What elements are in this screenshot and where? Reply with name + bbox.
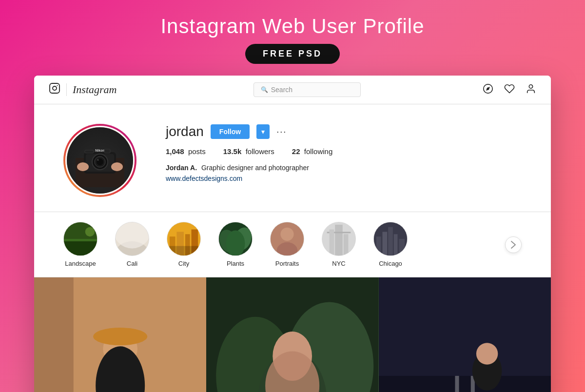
highlight-label-plants: Plants xyxy=(227,260,244,267)
photo-1-image xyxy=(34,277,206,392)
highlight-item-cali[interactable]: Cali xyxy=(115,222,149,267)
highlight-item-landscape[interactable]: Landscape xyxy=(63,222,98,267)
profile-avatar-wrap: Nikon xyxy=(63,124,136,197)
profile-section: Nikon jordan Follow ▾ xyxy=(34,104,551,212)
profile-website[interactable]: www.defectsdesigns.com xyxy=(166,175,242,182)
highlight-circle-landscape xyxy=(63,222,98,256)
svg-rect-47 xyxy=(394,234,398,255)
portraits-thumbnail xyxy=(271,222,304,256)
highlight-label-chicago: Chicago xyxy=(379,260,402,267)
svg-rect-46 xyxy=(388,227,393,255)
highlight-circle-city xyxy=(167,222,201,256)
follow-button[interactable]: Follow xyxy=(211,124,250,139)
svg-rect-61 xyxy=(379,277,551,392)
svg-rect-63 xyxy=(455,376,459,392)
user-icon[interactable] xyxy=(526,83,536,97)
svg-point-36 xyxy=(280,228,293,241)
following-count: 22 xyxy=(292,147,300,156)
svg-point-54 xyxy=(93,328,147,345)
photo-2-image xyxy=(206,277,378,392)
followers-label: followers xyxy=(246,147,274,156)
photo-bg-1 xyxy=(34,277,206,392)
nav-bar: Instagram 🔍 Search xyxy=(34,76,551,104)
following-stat: 22 following xyxy=(292,147,332,156)
svg-point-20 xyxy=(85,227,95,236)
search-icon: 🔍 xyxy=(261,86,268,93)
highlight-circle-chicago xyxy=(373,222,408,256)
more-options-button[interactable]: ··· xyxy=(276,127,287,137)
highlight-item-portraits[interactable]: Portraits xyxy=(270,222,304,267)
svg-rect-41 xyxy=(330,230,334,255)
search-input[interactable]: Search xyxy=(271,86,292,94)
svg-rect-39 xyxy=(335,225,343,255)
photo-cell-1[interactable] xyxy=(34,277,206,392)
svg-rect-48 xyxy=(399,239,405,255)
heart-icon[interactable] xyxy=(504,83,515,97)
svg-rect-45 xyxy=(382,232,387,255)
svg-point-5 xyxy=(529,84,532,88)
city-thumbnail xyxy=(167,222,200,256)
svg-rect-19 xyxy=(64,241,97,255)
avatar-ring: Nikon xyxy=(63,124,136,197)
follow-dropdown-button[interactable]: ▾ xyxy=(256,124,270,139)
avatar-image: Nikon xyxy=(67,127,133,194)
svg-rect-0 xyxy=(50,83,59,93)
highlight-label-portraits: Portraits xyxy=(275,260,299,267)
highlights-next-button[interactable] xyxy=(505,236,522,253)
svg-point-34 xyxy=(226,231,245,256)
chicago-thumbnail xyxy=(374,222,407,256)
photo-cell-3[interactable]: ♥ 4,938 💬 192 xyxy=(379,277,551,392)
instagram-wordmark: Instagram xyxy=(73,83,117,96)
svg-point-16 xyxy=(77,162,89,171)
svg-point-24 xyxy=(116,222,149,248)
avatar-svg: Nikon xyxy=(73,134,127,187)
svg-rect-14 xyxy=(104,149,110,153)
svg-point-12 xyxy=(97,159,99,161)
highlight-item-nyc[interactable]: NYC xyxy=(322,222,356,267)
highlight-label-city: City xyxy=(178,260,189,267)
photo-3-image xyxy=(379,277,551,392)
photo-cell-2[interactable] xyxy=(206,277,378,392)
highlight-label-cali: Cali xyxy=(127,260,137,267)
posts-count: 1,048 xyxy=(166,147,184,156)
highlight-item-city[interactable]: City xyxy=(167,222,201,267)
svg-rect-42 xyxy=(344,234,349,255)
followers-count: 13.5k xyxy=(223,147,242,156)
nyc-thumbnail xyxy=(322,222,355,256)
highlight-item-plants[interactable]: Plants xyxy=(218,222,253,267)
posts-stat: 1,048 posts xyxy=(166,147,206,156)
avatar: Nikon xyxy=(65,126,135,195)
instagram-camera-icon xyxy=(49,82,60,97)
photo-bg-2 xyxy=(206,277,378,392)
free-psd-badge: FREE PSD xyxy=(245,44,340,64)
svg-point-1 xyxy=(53,86,57,90)
compass-icon[interactable] xyxy=(483,83,493,97)
profile-stats: 1,048 posts 13.5k followers 22 following xyxy=(166,147,522,156)
logo-divider xyxy=(66,83,67,96)
svg-rect-30 xyxy=(167,246,200,255)
highlight-circle-portraits xyxy=(270,222,304,256)
plants-thumbnail xyxy=(219,222,252,256)
svg-rect-62 xyxy=(379,376,551,392)
profile-full-name: Jordan A. xyxy=(166,164,197,172)
highlight-label-landscape: Landscape xyxy=(65,260,96,267)
following-label: following xyxy=(304,147,332,156)
browser-window: Instagram 🔍 Search xyxy=(34,76,551,392)
svg-rect-21 xyxy=(64,239,97,241)
svg-text:Nikon: Nikon xyxy=(95,149,104,152)
search-box[interactable]: 🔍 Search xyxy=(254,82,361,97)
posts-label: posts xyxy=(188,147,206,156)
landscape-thumbnail xyxy=(64,222,97,256)
chevron-right-icon xyxy=(511,241,516,249)
nav-logo: Instagram xyxy=(49,82,117,97)
highlight-label-nyc: NYC xyxy=(332,260,345,267)
photo-bg-3 xyxy=(379,277,551,392)
highlight-item-chicago[interactable]: Chicago xyxy=(373,222,408,267)
page-title: Instagram Web User Profile xyxy=(160,15,424,38)
nav-search-area: 🔍 Search xyxy=(131,82,483,97)
highlight-circle-nyc xyxy=(322,222,356,256)
svg-marker-4 xyxy=(486,87,490,91)
highlights-section: Landscape Cali xyxy=(34,212,551,277)
highlight-circle-cali xyxy=(115,222,149,256)
nav-icons xyxy=(483,83,536,97)
